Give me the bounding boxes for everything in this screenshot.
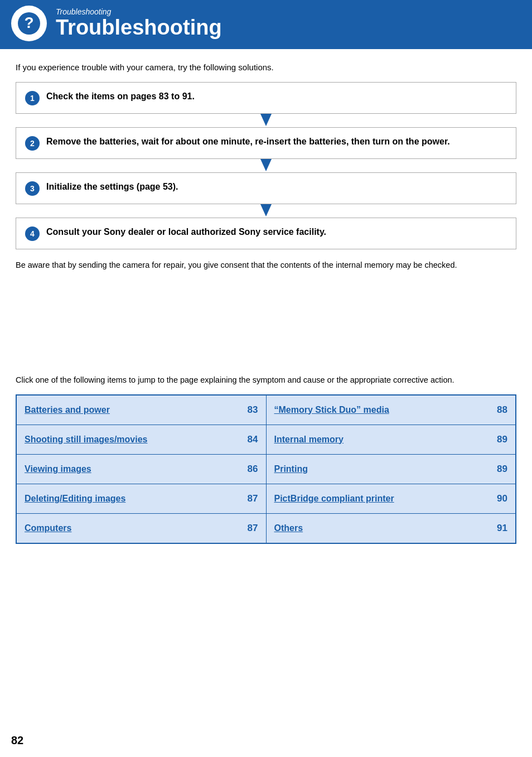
nav-row-1: Batteries and power 83 “Memory Stick Duo… [17,396,515,425]
nav-printing[interactable]: Printing 89 [267,455,516,484]
nav-memory-stick[interactable]: “Memory Stick Duo” media 88 [267,396,516,425]
nav-printing-label: Printing [274,464,308,474]
svg-marker-4 [260,204,272,216]
nav-shooting-page: 84 [248,434,258,445]
step-4-box: 4 Consult your Sony dealer or local auth… [16,218,516,249]
page-number: 82 [11,734,23,747]
nav-viewing[interactable]: Viewing images 86 [17,455,267,484]
nav-batteries-power[interactable]: Batteries and power 83 [17,396,267,425]
nav-memory-stick-label: “Memory Stick Duo” media [274,405,389,415]
page-header: ? Troubleshooting Troubleshooting [0,0,532,49]
nav-printing-page: 89 [497,464,507,475]
nav-internal-memory[interactable]: Internal memory 89 [267,425,516,454]
step-1-text: Check the items on pages 83 to 91. [46,90,195,103]
arrow-1 [16,114,516,127]
step-4-text: Consult your Sony dealer or local author… [46,226,326,238]
main-content: If you experience trouble with your came… [0,49,532,577]
step-1-box: 1 Check the items on pages 83 to 91. [16,82,516,114]
nav-deleting-page: 87 [248,493,258,504]
nav-others[interactable]: Others 91 [267,514,516,543]
nav-batteries-power-page: 83 [248,404,258,416]
nav-computers-label: Computers [25,523,71,533]
nav-row-5: Computers 87 Others 91 [17,514,515,543]
arrow-3 [16,204,516,218]
nav-deleting[interactable]: Deleting/Editing images 87 [17,484,267,513]
header-subtitle: Troubleshooting [56,7,222,16]
svg-marker-2 [260,114,272,126]
nav-others-page: 91 [497,523,507,534]
nav-pictbridge-label: PictBridge compliant printer [274,494,394,504]
step-4-number: 4 [25,226,40,241]
nav-pictbridge-page: 90 [497,493,507,504]
step-3-number: 3 [25,181,40,196]
jump-intro-paragraph: Click one of the following items to jump… [16,374,516,387]
consent-paragraph: Be aware that by sending the camera for … [16,259,516,272]
nav-shooting-label: Shooting still images/movies [25,435,148,445]
step-2-number: 2 [25,136,40,151]
nav-row-3: Viewing images 86 Printing 89 [17,455,515,484]
arrow-2 [16,159,516,172]
svg-marker-3 [260,159,272,171]
nav-grid: Batteries and power 83 “Memory Stick Duo… [16,394,516,544]
nav-viewing-page: 86 [248,464,258,475]
nav-shooting[interactable]: Shooting still images/movies 84 [17,425,267,454]
spacer [16,285,516,374]
nav-memory-stick-page: 88 [497,404,507,416]
step-2-box: 2 Remove the batteries, wait for about o… [16,127,516,159]
nav-row-4: Deleting/Editing images 87 PictBridge co… [17,484,515,514]
nav-computers-page: 87 [248,523,258,534]
nav-viewing-label: Viewing images [25,464,91,474]
nav-deleting-label: Deleting/Editing images [25,494,125,504]
nav-pictbridge[interactable]: PictBridge compliant printer 90 [267,484,516,513]
intro-paragraph: If you experience trouble with your came… [16,62,516,72]
nav-computers[interactable]: Computers 87 [17,514,267,543]
nav-batteries-power-label: Batteries and power [25,405,110,415]
nav-internal-memory-page: 89 [497,434,507,445]
nav-internal-memory-label: Internal memory [274,435,344,445]
nav-others-label: Others [274,523,303,533]
header-title: Troubleshooting [56,16,222,40]
step-1-number: 1 [25,91,40,105]
steps-container: 1 Check the items on pages 83 to 91. 2 R… [16,82,516,249]
step-3-box: 3 Initialize the settings (page 53). [16,172,516,204]
header-text-block: Troubleshooting Troubleshooting [56,7,222,40]
step-3-text: Initialize the settings (page 53). [46,181,178,193]
nav-row-2: Shooting still images/movies 84 Internal… [17,425,515,455]
troubleshooting-icon: ? [11,6,47,41]
svg-text:?: ? [24,14,33,31]
step-2-text: Remove the batteries, wait for about one… [46,136,450,148]
